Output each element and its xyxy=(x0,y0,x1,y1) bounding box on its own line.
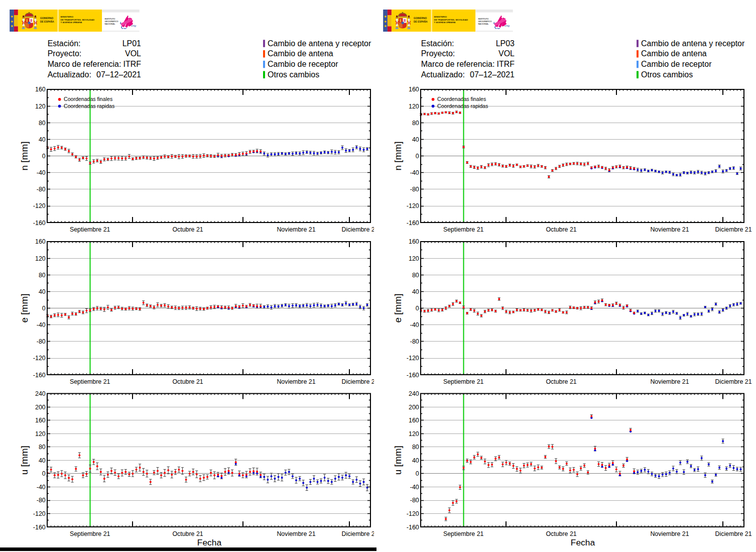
svg-text:Otros cambios: Otros cambios xyxy=(268,70,319,79)
svg-text:Septiembre 21: Septiembre 21 xyxy=(443,530,484,537)
svg-text:Septiembre 21: Septiembre 21 xyxy=(70,530,110,537)
svg-text:Proyecto:: Proyecto: xyxy=(48,49,82,58)
svg-text:VOL: VOL xyxy=(125,49,141,58)
svg-text:e [mm]: e [mm] xyxy=(19,293,30,322)
svg-text:80: 80 xyxy=(39,120,46,127)
svg-text:Cambio de receptor: Cambio de receptor xyxy=(268,60,338,68)
svg-text:Noviembre 21: Noviembre 21 xyxy=(650,378,689,385)
svg-text:ITRF: ITRF xyxy=(123,60,141,68)
svg-text:Noviembre 21: Noviembre 21 xyxy=(650,226,689,233)
svg-text:-120: -120 xyxy=(407,202,419,209)
svg-text:-80: -80 xyxy=(37,497,46,504)
svg-text:40: 40 xyxy=(412,136,419,143)
svg-text:160: 160 xyxy=(35,238,46,245)
svg-text:80: 80 xyxy=(412,444,419,451)
svg-text:Septiembre 21: Septiembre 21 xyxy=(443,378,484,385)
svg-text:-40: -40 xyxy=(410,169,419,176)
svg-text:-120: -120 xyxy=(33,510,46,517)
svg-text:★: ★ xyxy=(384,24,387,28)
svg-text:-40: -40 xyxy=(37,484,46,491)
svg-text:-80: -80 xyxy=(410,497,419,504)
svg-text:u [mm]: u [mm] xyxy=(393,446,403,475)
svg-text:200: 200 xyxy=(409,404,419,411)
svg-text:160: 160 xyxy=(409,86,419,93)
svg-text:Cambio de antena y receptor: Cambio de antena y receptor xyxy=(641,39,745,48)
svg-text:Septiembre 21: Septiembre 21 xyxy=(70,378,110,385)
svg-text:Diciembre 21: Diciembre 21 xyxy=(342,226,379,233)
svg-text:40: 40 xyxy=(412,288,419,295)
svg-text:★: ★ xyxy=(384,20,387,23)
svg-text:Octubre 21: Octubre 21 xyxy=(172,226,203,233)
svg-text:Noviembre 21: Noviembre 21 xyxy=(277,378,315,385)
svg-text:240: 240 xyxy=(409,390,419,397)
svg-text:★: ★ xyxy=(384,15,387,18)
svg-text:Estación:: Estación: xyxy=(421,39,454,48)
svg-text:-80: -80 xyxy=(410,186,419,193)
svg-text:-160: -160 xyxy=(407,372,419,379)
svg-text:Coordenadas rapidas: Coordenadas rapidas xyxy=(64,103,114,109)
svg-text:-120: -120 xyxy=(407,355,419,362)
svg-text:n [mm]: n [mm] xyxy=(19,141,30,170)
svg-text:200: 200 xyxy=(35,404,46,411)
svg-text:-40: -40 xyxy=(410,484,419,491)
svg-text:Otros cambios: Otros cambios xyxy=(641,70,693,79)
svg-text:Cambio de antena y receptor: Cambio de antena y receptor xyxy=(268,39,371,48)
svg-text:e [mm]: e [mm] xyxy=(393,293,403,322)
svg-text:DE TRANSPORTES, MOVILIDAD: DE TRANSPORTES, MOVILIDAD xyxy=(61,19,95,21)
svg-text:120: 120 xyxy=(35,103,46,110)
svg-text:Actualizado:: Actualizado: xyxy=(421,70,465,79)
svg-text:-160: -160 xyxy=(407,219,419,227)
svg-text:40: 40 xyxy=(39,136,46,143)
svg-text:Marco de referencia:: Marco de referencia: xyxy=(48,60,121,68)
svg-text:80: 80 xyxy=(412,120,419,127)
svg-text:-120: -120 xyxy=(33,202,46,209)
svg-text:Diciembre 21: Diciembre 21 xyxy=(715,226,752,233)
svg-text:80: 80 xyxy=(412,272,419,279)
svg-text:Estación:: Estación: xyxy=(48,39,81,48)
svg-text:Octubre 21: Octubre 21 xyxy=(546,226,576,233)
svg-text:40: 40 xyxy=(39,457,46,464)
svg-text:80: 80 xyxy=(39,444,46,451)
svg-text:0: 0 xyxy=(416,153,419,160)
svg-text:0: 0 xyxy=(42,470,46,477)
svg-text:Y AGENDA URBANA: Y AGENDA URBANA xyxy=(434,21,456,24)
svg-text:40: 40 xyxy=(412,457,419,464)
svg-text:240: 240 xyxy=(35,390,46,397)
svg-text:Octubre 21: Octubre 21 xyxy=(172,530,203,537)
svg-text:160: 160 xyxy=(35,86,46,93)
svg-text:-80: -80 xyxy=(37,338,46,345)
svg-text:★: ★ xyxy=(11,24,14,28)
svg-text:0: 0 xyxy=(42,305,46,312)
svg-text:120: 120 xyxy=(35,430,46,437)
svg-text:Proyecto:: Proyecto: xyxy=(421,49,455,58)
svg-text:-80: -80 xyxy=(410,338,419,345)
svg-text:0: 0 xyxy=(416,305,419,312)
svg-text:★: ★ xyxy=(11,15,14,18)
svg-text:VOL: VOL xyxy=(498,49,515,58)
svg-text:Cambio de receptor: Cambio de receptor xyxy=(641,60,712,68)
svg-text:07–12–2021: 07–12–2021 xyxy=(470,70,515,79)
svg-text:Diciembre 21: Diciembre 21 xyxy=(715,530,752,537)
svg-text:120: 120 xyxy=(35,255,46,262)
svg-text:cnig: cnig xyxy=(505,24,510,27)
svg-text:NACIONAL: NACIONAL xyxy=(478,23,489,25)
svg-text:120: 120 xyxy=(409,255,419,262)
svg-text:120: 120 xyxy=(409,430,419,437)
svg-text:Noviembre 21: Noviembre 21 xyxy=(277,530,315,537)
svg-text:cnig: cnig xyxy=(131,24,137,27)
svg-text:MINISTERIO: MINISTERIO xyxy=(434,16,447,18)
svg-text:Septiembre 21: Septiembre 21 xyxy=(70,226,110,233)
svg-text:DE TRANSPORTES, MOVILIDAD: DE TRANSPORTES, MOVILIDAD xyxy=(434,19,468,21)
svg-text:Coordenadas rapidas: Coordenadas rapidas xyxy=(437,103,488,109)
svg-text:Coordenadas finales: Coordenadas finales xyxy=(64,96,112,102)
svg-text:0: 0 xyxy=(42,153,46,160)
svg-text:Coordenadas finales: Coordenadas finales xyxy=(437,96,486,102)
svg-text:★: ★ xyxy=(11,20,14,23)
svg-text:GOBIERNO: GOBIERNO xyxy=(414,17,427,20)
svg-text:LP03: LP03 xyxy=(496,39,515,48)
svg-text:160: 160 xyxy=(409,417,419,424)
svg-text:-40: -40 xyxy=(37,321,46,328)
svg-text:DE ESPAÑA: DE ESPAÑA xyxy=(40,20,54,23)
svg-text:80: 80 xyxy=(39,272,46,279)
svg-text:-40: -40 xyxy=(37,169,46,176)
